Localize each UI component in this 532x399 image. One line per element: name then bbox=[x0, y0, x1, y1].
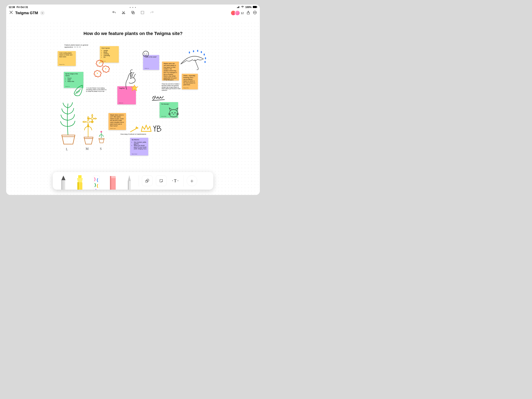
svg-point-26 bbox=[201, 51, 202, 53]
sticky-note[interactable]: TwigPick Emily Lin bbox=[117, 86, 136, 104]
close-button[interactable] bbox=[9, 10, 13, 16]
svg-point-33 bbox=[91, 118, 93, 120]
drawing-toolbar: · T · ＋ bbox=[53, 172, 213, 190]
multitask-dots-icon[interactable]: ● ● ● bbox=[129, 6, 137, 8]
copy-button[interactable] bbox=[131, 11, 135, 15]
sticky-author: Jenny Wen bbox=[161, 116, 166, 117]
battery-icon bbox=[253, 6, 257, 9]
sticky-note[interactable]: "Plant of the week" Emily Lin bbox=[143, 55, 159, 70]
document-title[interactable]: Twigma GTM bbox=[15, 11, 38, 15]
status-date: Fri Oct 31 bbox=[17, 6, 28, 9]
svg-rect-39 bbox=[65, 180, 65, 190]
svg-point-29 bbox=[204, 61, 206, 63]
sticky-list: Upright Bushy Climbing Cascading Etc bbox=[104, 50, 117, 58]
text-button[interactable]: · T · bbox=[170, 175, 181, 186]
svg-rect-44 bbox=[93, 176, 99, 190]
sticky-note[interactable]: Color coding plants based on flower and … bbox=[58, 51, 76, 66]
shapes-button[interactable] bbox=[142, 175, 152, 186]
sticky-note[interactable]: Plants—especially flowering ones—can be … bbox=[182, 74, 198, 89]
sticky-author: Emily Lin bbox=[65, 86, 70, 87]
sticky-author: Raquel Tao bbox=[59, 64, 64, 65]
svg-point-8 bbox=[124, 13, 125, 14]
svg-point-25 bbox=[197, 50, 198, 52]
sticky-author: Khalil Coast bbox=[110, 128, 116, 129]
svg-point-22 bbox=[146, 53, 147, 54]
hand-label-S: S bbox=[100, 147, 102, 151]
sticky-note[interactable]: Pet friendly? Jenny Wen bbox=[159, 102, 178, 118]
avatar[interactable] bbox=[235, 10, 240, 16]
pencil-tool[interactable] bbox=[55, 172, 72, 190]
canvas[interactable]: How do we feature plants on the Twigma s… bbox=[6, 21, 260, 195]
wifi-icon bbox=[241, 6, 244, 9]
highlighter-tool[interactable] bbox=[72, 172, 88, 190]
toolbar-divider bbox=[139, 175, 139, 187]
add-button[interactable]: ＋ bbox=[187, 175, 197, 186]
sticky-note[interactable]: By the shape of the leaves Round Heart R… bbox=[64, 72, 83, 88]
svg-point-28 bbox=[205, 57, 206, 59]
svg-rect-38 bbox=[61, 180, 62, 190]
share-button[interactable] bbox=[246, 11, 250, 15]
eyes-emoji: 👀 👀 👀 bbox=[74, 46, 81, 48]
curve-doodle bbox=[130, 69, 134, 73]
doc-menu-chevron[interactable] bbox=[40, 11, 45, 15]
canvas-title: How do we feature plants on the Twigma s… bbox=[6, 31, 260, 36]
svg-point-27 bbox=[204, 54, 205, 56]
sticky-author: Emily Lin bbox=[145, 68, 149, 69]
sticky-note[interactable]: Maybe users can see which plants to buy … bbox=[162, 62, 179, 81]
canvas-text[interactable]: +1 to all of these! I love making everyt… bbox=[86, 87, 107, 92]
sticky-note[interactable]: How it grows Upright Bushy Climbing Casc… bbox=[100, 46, 119, 63]
cellular-icon bbox=[237, 6, 240, 9]
battery-pct: 100% bbox=[245, 6, 252, 9]
sticky-author: Jackie Chui bbox=[164, 78, 169, 80]
svg-rect-6 bbox=[257, 6, 257, 7]
redo-button[interactable] bbox=[150, 11, 154, 15]
svg-rect-3 bbox=[239, 6, 239, 8]
sticky-note-button[interactable] bbox=[156, 175, 167, 186]
cut-button[interactable] bbox=[121, 11, 126, 15]
svg-point-24 bbox=[193, 50, 194, 52]
svg-point-16 bbox=[255, 12, 256, 13]
svg-point-52 bbox=[146, 179, 149, 181]
canvas-text[interactable]: These two are kind of related. I feel li… bbox=[162, 83, 182, 91]
status-bar: 12:38 Fri Oct 31 ● ● ● 100% bbox=[6, 5, 260, 9]
more-button[interactable] bbox=[253, 11, 257, 15]
eraser-tool[interactable] bbox=[105, 172, 121, 190]
sticky-author: Raquel Tao bbox=[184, 87, 189, 89]
svg-point-21 bbox=[145, 53, 145, 54]
svg-point-23 bbox=[189, 51, 190, 54]
app-bar: Twigma GTM 12 bbox=[6, 9, 260, 17]
device-frame: 12:38 Fri Oct 31 ● ● ● 100% Twigma GTM bbox=[6, 5, 260, 195]
svg-rect-1 bbox=[238, 7, 238, 8]
select-button[interactable] bbox=[140, 11, 145, 15]
svg-marker-41 bbox=[77, 178, 83, 182]
sticky-list: Round Heart Ribbon like bbox=[68, 77, 82, 82]
svg-point-32 bbox=[87, 121, 89, 123]
sticky-note[interactable]: By features: Size (medium, petite, gigan… bbox=[130, 138, 148, 155]
svg-point-15 bbox=[255, 12, 255, 13]
love-script bbox=[151, 94, 168, 102]
svg-point-34 bbox=[101, 131, 102, 133]
toolbar-divider bbox=[184, 175, 184, 187]
potted-plants-doodle bbox=[54, 95, 111, 149]
collaborator-count: 12 bbox=[241, 12, 244, 15]
sticky-list: Size (medium, petite, gigantic) Where yo… bbox=[134, 141, 146, 150]
collaborator-avatars[interactable]: 12 bbox=[232, 10, 244, 16]
svg-rect-0 bbox=[237, 7, 237, 8]
washi-tape-tool[interactable] bbox=[88, 172, 105, 190]
svg-point-4 bbox=[242, 7, 243, 8]
hand-label-L: L bbox=[66, 147, 68, 151]
cutter-tool[interactable] bbox=[121, 172, 138, 190]
svg-rect-11 bbox=[141, 11, 144, 14]
svg-point-7 bbox=[122, 13, 123, 14]
canvas-text[interactable]: How easy it is/level of maintenance bbox=[120, 133, 146, 135]
sticky-author: Emily Lin bbox=[101, 61, 106, 62]
svg-rect-43 bbox=[77, 182, 79, 190]
canvas-text[interactable]: Feature plants based on general appearan… bbox=[64, 44, 91, 48]
svg-marker-48 bbox=[128, 175, 131, 181]
svg-rect-40 bbox=[78, 175, 82, 178]
svg-rect-5 bbox=[253, 6, 257, 8]
sticky-note[interactable]: Maybe allow users to sort / filter plant… bbox=[108, 113, 126, 130]
umbrella-doodle bbox=[177, 50, 208, 74]
svg-marker-35 bbox=[61, 176, 65, 180]
undo-button[interactable] bbox=[112, 11, 116, 15]
